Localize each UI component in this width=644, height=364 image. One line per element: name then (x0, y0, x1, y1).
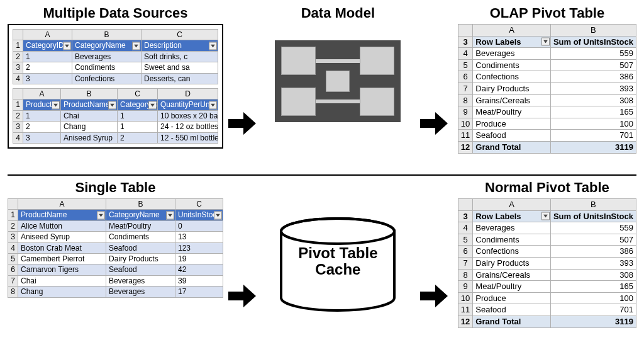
pivot-value: 507 (550, 234, 636, 246)
table-row: 4 3 Aniseed Syrup 2 12 - 550 ml bottles (13, 132, 218, 143)
arrow-icon (420, 285, 448, 307)
filter-dropdown-icon[interactable] (214, 211, 222, 219)
filter-dropdown-icon[interactable] (97, 211, 105, 219)
header-cell[interactable]: QuantityPerUnit (158, 100, 218, 110)
cell: Beverages (72, 51, 142, 62)
pivot-cache-column: Pivot Table Cache (261, 179, 415, 312)
cell: 17 (175, 287, 223, 297)
cell: 1 (23, 51, 72, 62)
pivot-label: Seafood (473, 130, 551, 142)
header-cell[interactable]: UnitsInStock (175, 210, 223, 220)
bottom-row: Single Table A B C 1 ProductName Categor… (8, 179, 636, 356)
table-row: 5Camembert PierrotDairy Products19 (8, 253, 223, 264)
col-letter: C (142, 30, 218, 40)
table-row: 3 2 Condiments Sweet and sa (13, 62, 218, 73)
cell: Soft drinks, c (142, 51, 218, 62)
pivot-row: 10Produce100 (458, 118, 636, 130)
header-cell[interactable]: Description (142, 40, 218, 51)
pivot-value: 308 (550, 269, 636, 281)
arrow-icon (420, 112, 448, 135)
table-row: 3 2 Chang 1 24 - 12 oz bottles (13, 122, 218, 132)
cell: Seafood (106, 242, 175, 253)
pivot-value: 308 (550, 94, 636, 106)
pivot-label: Condiments (473, 234, 551, 246)
olap-pivot-column: OLAP Pivot Table A B 3 Row Labels Sum of… (458, 5, 636, 154)
products-table: A B C D 1 ProductID ProductName Category… (13, 88, 218, 144)
cell: Chai (61, 110, 118, 121)
value-header: Sum of UnitsInStock (550, 36, 636, 48)
cell: 2 (23, 62, 72, 73)
cell: 39 (175, 275, 223, 286)
header-cell[interactable]: ProductName (18, 210, 106, 220)
cell: Carnarvon Tigers (18, 264, 106, 275)
cell: 12 - 550 ml bottles (158, 132, 218, 143)
filter-dropdown-icon[interactable] (541, 212, 550, 220)
header-cell[interactable]: CategoryName (72, 40, 142, 51)
filter-dropdown-icon[interactable] (209, 42, 217, 50)
cell: Camembert Pierrot (18, 253, 106, 264)
pivot-value: 507 (550, 59, 636, 71)
row-number: 3 (13, 62, 23, 73)
cell: Beverages (106, 275, 175, 286)
pivot-header-row: 3 Row Labels Sum of UnitsInStock (458, 210, 636, 222)
cell: Chang (18, 287, 106, 297)
header-cell[interactable]: ProductID (23, 100, 61, 110)
col-letter: C (175, 199, 223, 210)
header-cell[interactable]: ProductName (61, 100, 118, 110)
cell: Condiments (106, 232, 175, 242)
table-row: 2Alice MuttonMeat/Poultry0 (8, 220, 223, 231)
pivot-value: 393 (550, 257, 636, 269)
data-model-column: Data Model (261, 5, 415, 122)
header-cell[interactable]: CategoryID (118, 100, 158, 110)
pivot-label: Dairy Products (473, 82, 551, 94)
row-number: 4 (13, 73, 23, 84)
table-row: 7ChaiBeverages39 (8, 275, 223, 286)
cell: 10 boxes x 20 bags (158, 110, 218, 121)
col-letter: B (550, 199, 636, 211)
cell: Chang (61, 122, 118, 132)
source-tables-frame: A B C 1 CategoryID CategoryName Descript… (8, 24, 223, 149)
pivot-value: 701 (550, 130, 636, 142)
header-cell[interactable]: CategoryName (106, 210, 175, 220)
col-letter: B (61, 88, 118, 99)
pivot-row: 11Seafood701 (458, 304, 636, 316)
col-letter: A (473, 199, 551, 211)
filter-dropdown-icon[interactable] (63, 42, 71, 50)
pivot-row: 9Meat/Poultry165 (458, 281, 636, 293)
header-cell[interactable]: CategoryID (23, 40, 72, 51)
cell: Dairy Products (106, 253, 175, 264)
cell: Desserts, can (142, 73, 218, 84)
col-letter: A (473, 25, 551, 37)
filter-dropdown-icon[interactable] (108, 101, 116, 109)
cell: Seafood (106, 264, 175, 275)
filter-dropdown-icon[interactable] (52, 101, 60, 109)
cell: 2 (23, 122, 61, 132)
row-number: 2 (13, 51, 23, 62)
table-row: 2 1 Beverages Soft drinks, c (13, 51, 218, 62)
filter-dropdown-icon[interactable] (166, 211, 174, 219)
categories-table: A B C 1 CategoryID CategoryName Descript… (13, 29, 218, 84)
cell: 13 (175, 232, 223, 242)
pivot-value: 559 (550, 48, 636, 60)
pivot-label: Confections (473, 71, 551, 83)
filter-dropdown-icon[interactable] (541, 38, 550, 46)
pivot-value: 386 (550, 246, 636, 258)
cache-label: Pivot Table Cache (278, 245, 397, 278)
pivot-label: Produce (473, 118, 551, 130)
pivot-row: 8Grains/Cereals308 (458, 269, 636, 281)
pivot-row: 5Condiments507 (458, 234, 636, 246)
arrow-icon (228, 112, 256, 135)
grand-total-row: 12 Grand Total 3119 (458, 316, 636, 327)
table-row: 8ChangBeverages17 (8, 287, 223, 297)
filter-dropdown-icon[interactable] (209, 101, 217, 109)
pivot-label: Condiments (473, 59, 551, 71)
col-letter: A (23, 88, 61, 99)
pivot-row: 8Grains/Cereals308 (458, 94, 636, 106)
filter-dropdown-icon[interactable] (148, 101, 157, 109)
row-labels-header[interactable]: Row Labels (473, 36, 551, 48)
pivot-label: Beverages (473, 48, 551, 60)
filter-dropdown-icon[interactable] (132, 42, 140, 50)
row-labels-header[interactable]: Row Labels (473, 210, 551, 222)
col-letter: A (18, 199, 106, 210)
col-letter: B (106, 199, 175, 210)
